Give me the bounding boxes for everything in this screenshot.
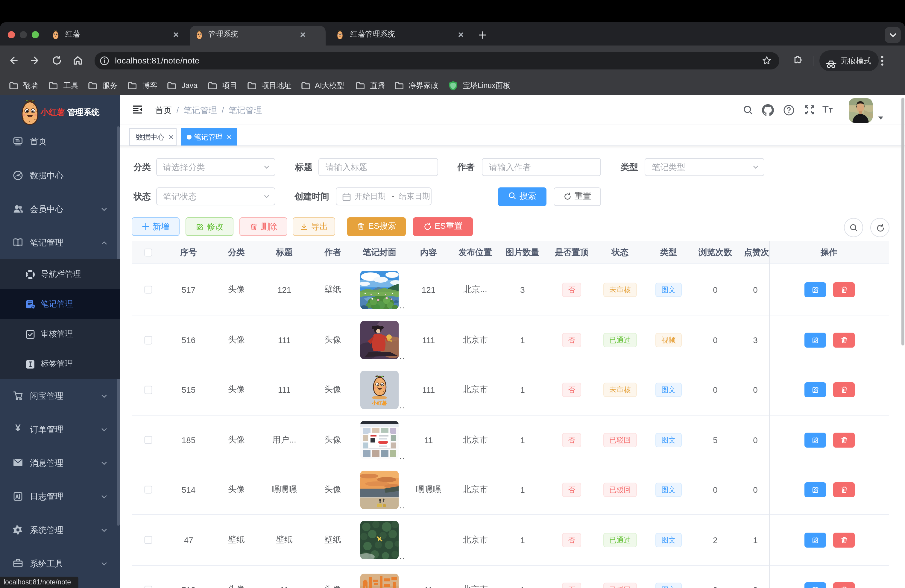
svg-text:小红薯: 小红薯 bbox=[372, 400, 387, 406]
